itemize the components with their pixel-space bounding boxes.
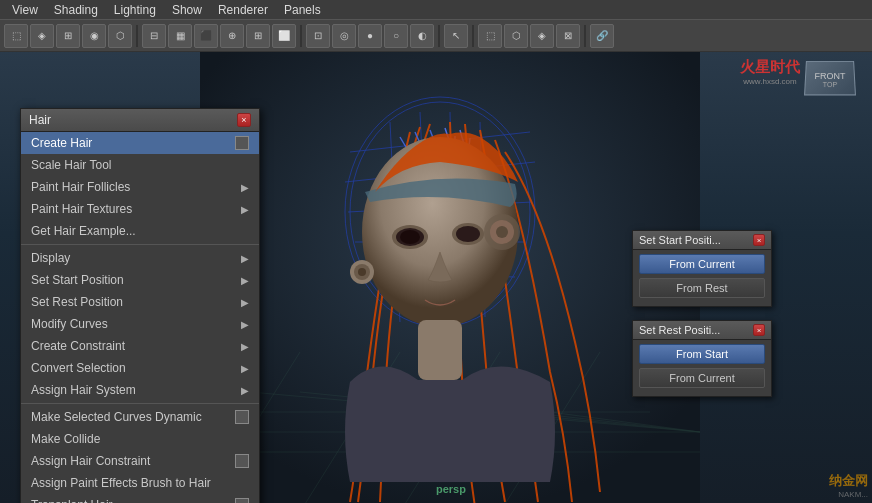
- menu-item-box-dynamic: [235, 410, 249, 424]
- toolbar-sep-3: [438, 25, 440, 47]
- menu-item-paint-textures[interactable]: Paint Hair Textures ▶: [21, 198, 259, 220]
- arrow-paint-follicles: ▶: [241, 182, 249, 193]
- toolbar-btn-20[interactable]: ◈: [530, 24, 554, 48]
- toolbar-btn-5[interactable]: ⬡: [108, 24, 132, 48]
- svg-point-32: [358, 268, 366, 276]
- toolbar-btn-17[interactable]: ↖: [444, 24, 468, 48]
- menu-item-box-constraint: [235, 454, 249, 468]
- menu-item-set-start[interactable]: Set Start Position ▶: [21, 269, 259, 291]
- hair-menu-close-button[interactable]: ×: [237, 113, 251, 127]
- popup-rest-title-bar: Set Rest Positi... ×: [633, 321, 771, 340]
- divider-1: [21, 244, 259, 245]
- popup-rest-close-button[interactable]: ×: [753, 324, 765, 336]
- menu-item-assign-constraint[interactable]: Assign Hair Constraint: [21, 450, 259, 472]
- arrow-display: ▶: [241, 253, 249, 264]
- bottom-logo-text: 纳金网: [829, 472, 868, 490]
- menu-shading[interactable]: Shading: [46, 1, 106, 19]
- menu-item-convert-selection[interactable]: Convert Selection ▶: [21, 357, 259, 379]
- arrow-modify: ▶: [241, 319, 249, 330]
- menu-item-display[interactable]: Display ▶: [21, 247, 259, 269]
- popup-rest-from-current[interactable]: From Current: [639, 368, 765, 388]
- menu-item-assign-hair-system[interactable]: Assign Hair System ▶: [21, 379, 259, 401]
- toolbar-btn-22[interactable]: 🔗: [590, 24, 614, 48]
- popup-start-from-rest[interactable]: From Rest: [639, 278, 765, 298]
- popup-start-title-text: Set Start Positi...: [639, 234, 721, 246]
- menu-show[interactable]: Show: [164, 1, 210, 19]
- toolbar-btn-2[interactable]: ◈: [30, 24, 54, 48]
- toolbar-btn-6[interactable]: ⊟: [142, 24, 166, 48]
- toolbar-sep-4: [472, 25, 474, 47]
- popup-set-rest: Set Rest Positi... × From Start From Cur…: [632, 320, 772, 397]
- logo-area: 火星时代 www.hxsd.com: [740, 58, 800, 86]
- toolbar-btn-16[interactable]: ◐: [410, 24, 434, 48]
- toolbar-btn-12[interactable]: ⊡: [306, 24, 330, 48]
- hair-menu-panel: Hair × Create Hair Scale Hair Tool Paint…: [20, 108, 260, 503]
- scene-svg: [200, 52, 700, 503]
- menu-item-modify-curves[interactable]: Modify Curves ▶: [21, 313, 259, 335]
- arrow-constraint: ▶: [241, 341, 249, 352]
- toolbar-btn-1[interactable]: ⬚: [4, 24, 28, 48]
- toolbar-btn-18[interactable]: ⬚: [478, 24, 502, 48]
- popup-rest-title-text: Set Rest Positi...: [639, 324, 720, 336]
- toolbar-btn-8[interactable]: ⬛: [194, 24, 218, 48]
- menu-item-create-hair[interactable]: Create Hair: [21, 132, 259, 154]
- popup-start-title-bar: Set Start Positi... ×: [633, 231, 771, 250]
- menu-item-make-dynamic[interactable]: Make Selected Curves Dynamic: [21, 406, 259, 428]
- arrow-paint-textures: ▶: [241, 204, 249, 215]
- menu-view[interactable]: View: [4, 1, 46, 19]
- popup-start-from-current[interactable]: From Current: [639, 254, 765, 274]
- menu-lighting[interactable]: Lighting: [106, 1, 164, 19]
- arrow-convert: ▶: [241, 363, 249, 374]
- arrow-set-rest: ▶: [241, 297, 249, 308]
- toolbar-sep-5: [584, 25, 586, 47]
- svg-point-26: [400, 230, 420, 244]
- view-cube[interactable]: FRONT TOP: [805, 60, 860, 115]
- menu-item-assign-brush[interactable]: Assign Paint Effects Brush to Hair: [21, 472, 259, 494]
- divider-2: [21, 403, 259, 404]
- menu-item-create-constraint[interactable]: Create Constraint ▶: [21, 335, 259, 357]
- toolbar-btn-4[interactable]: ◉: [82, 24, 106, 48]
- toolbar-btn-9[interactable]: ⊕: [220, 24, 244, 48]
- toolbar-btn-19[interactable]: ⬡: [504, 24, 528, 48]
- svg-point-35: [496, 226, 508, 238]
- view-cube-box: FRONT TOP: [804, 61, 856, 96]
- arrow-assign-system: ▶: [241, 385, 249, 396]
- menu-item-get-example[interactable]: Get Hair Example...: [21, 220, 259, 242]
- popup-start-close-button[interactable]: ×: [753, 234, 765, 246]
- bottom-logo-sub: NAKM...: [829, 490, 868, 499]
- menu-item-scale-hair[interactable]: Scale Hair Tool: [21, 154, 259, 176]
- bottom-logo: 纳金网 NAKM...: [829, 472, 868, 499]
- popup-rest-from-start[interactable]: From Start: [639, 344, 765, 364]
- arrow-set-start: ▶: [241, 275, 249, 286]
- toolbar-sep-2: [300, 25, 302, 47]
- svg-rect-29: [418, 320, 462, 380]
- toolbar-btn-13[interactable]: ◎: [332, 24, 356, 48]
- menu-item-make-collide[interactable]: Make Collide: [21, 428, 259, 450]
- menu-panels[interactable]: Panels: [276, 1, 329, 19]
- menu-item-paint-follicles[interactable]: Paint Hair Follicles ▶: [21, 176, 259, 198]
- svg-point-28: [456, 226, 480, 242]
- toolbar-btn-21[interactable]: ⊠: [556, 24, 580, 48]
- menu-item-box-create-hair: [235, 136, 249, 150]
- toolbar-btn-11[interactable]: ⬜: [272, 24, 296, 48]
- hair-menu-title-text: Hair: [29, 113, 51, 127]
- menu-item-transplant[interactable]: Transplant Hair: [21, 494, 259, 503]
- toolbar-sep-1: [136, 25, 138, 47]
- menu-item-box-transplant: [235, 498, 249, 503]
- logo-title: 火星时代: [740, 58, 800, 77]
- viewport: persp FRONT TOP 火星时代 www.hxsd.com 纳金网 NA…: [0, 52, 872, 503]
- toolbar: ⬚ ◈ ⊞ ◉ ⬡ ⊟ ▦ ⬛ ⊕ ⊞ ⬜ ⊡ ◎ ● ○ ◐ ↖ ⬚ ⬡ ◈ …: [0, 20, 872, 52]
- hair-menu-title-bar: Hair ×: [21, 109, 259, 132]
- toolbar-btn-7[interactable]: ▦: [168, 24, 192, 48]
- persp-label: persp: [436, 483, 466, 495]
- logo-subtitle: www.hxsd.com: [740, 77, 800, 86]
- toolbar-btn-15[interactable]: ○: [384, 24, 408, 48]
- popup-set-start: Set Start Positi... × From Current From …: [632, 230, 772, 307]
- toolbar-btn-3[interactable]: ⊞: [56, 24, 80, 48]
- menu-renderer[interactable]: Renderer: [210, 1, 276, 19]
- menu-item-set-rest[interactable]: Set Rest Position ▶: [21, 291, 259, 313]
- toolbar-btn-14[interactable]: ●: [358, 24, 382, 48]
- toolbar-btn-10[interactable]: ⊞: [246, 24, 270, 48]
- menubar: View Shading Lighting Show Renderer Pane…: [0, 0, 872, 20]
